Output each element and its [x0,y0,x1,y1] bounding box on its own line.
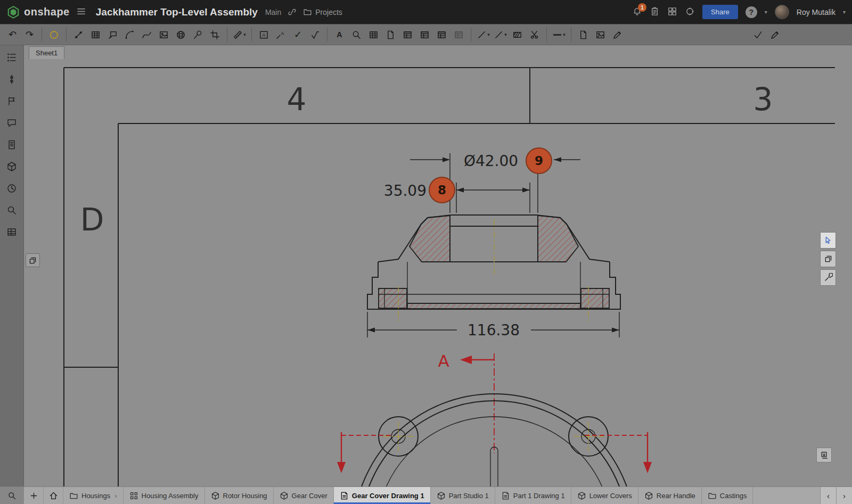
doc-tab-housing-assembly[interactable]: Housing Assembly [124,487,205,504]
app-store-button[interactable] [667,6,677,18]
sheet-reference-button[interactable] [382,26,399,43]
doc-tab-rotor-housing[interactable]: Rotor Housing [205,487,274,504]
doc-tab-rear-handle[interactable]: Rear Handle [638,487,702,504]
surface-finish-button[interactable] [307,26,323,43]
tasks-button[interactable] [650,6,660,18]
note-button[interactable] [331,26,348,43]
find-annotation-button[interactable] [348,26,365,43]
bom-table-button[interactable] [399,26,416,43]
avatar[interactable] [775,5,789,19]
breadcrumb[interactable]: Projects [303,7,342,16]
doc-tab-castings[interactable]: Castings [702,487,753,504]
display-options-button[interactable] [820,251,836,267]
insert-image-button[interactable] [155,26,172,43]
doc-tab-lower-covers[interactable]: Lower Covers [571,487,638,504]
line-type-button[interactable]: ▾ [492,26,509,43]
spline-button[interactable] [138,26,155,43]
crop-view-button[interactable] [207,26,223,43]
configuration-panel-button[interactable] [4,72,19,86]
search-panel-button[interactable] [4,203,19,217]
checkmark-icon: ✓ [294,30,302,39]
callout-button[interactable] [104,26,121,43]
main-menu-button[interactable] [76,6,86,18]
trim-button[interactable] [526,26,543,43]
selection-tools-button[interactable] [820,232,836,249]
weld-table-button[interactable] [450,26,467,43]
notifications-button[interactable]: 1 [632,7,642,17]
drawing-settings-button[interactable] [820,269,836,286]
versions-link-icon[interactable] [288,7,297,16]
drawing-canvas[interactable]: Sheet1 4 3 D [24,45,852,486]
export-sheet-button[interactable] [816,448,832,462]
doc-tab-gear-cover-drawing-1[interactable]: Gear Cover Drawing 1 [334,487,431,504]
datum-check-button[interactable]: ✓ [290,26,306,43]
table-button[interactable] [87,26,104,43]
toolbar-separator [42,28,42,42]
history-panel-button[interactable] [4,181,19,195]
measure-button[interactable]: ▾ [231,26,248,43]
workspace-name[interactable]: Main [265,8,281,16]
line-style-button[interactable]: ▾ [475,26,491,43]
hatch-button[interactable] [509,26,526,43]
onshape-logo[interactable]: onshape [6,5,70,19]
markup-button[interactable] [609,26,626,43]
dim-inner-width-text[interactable]: 35.09 [384,182,427,200]
edit-markup-button[interactable] [767,26,783,43]
wrench-icon [824,273,833,282]
doc-tab-housings[interactable]: Housings › [63,487,124,504]
line-weight-button[interactable]: ▾ [551,26,567,43]
doc-tab-gear-cover[interactable]: Gear Cover [274,487,334,504]
redo-button[interactable]: ↷ [21,26,38,43]
doc-tab-part-studio-1[interactable]: Part Studio 1 [431,487,495,504]
export-dxf-button[interactable] [575,26,592,43]
insert-table-button[interactable] [365,26,382,43]
approve-markup-button[interactable] [750,26,766,43]
tab-search-button[interactable] [0,487,24,504]
circle-tool-button[interactable] [46,26,62,43]
hole-table-button[interactable] [416,26,433,43]
part-studio-icon [644,491,653,500]
dimension-overall-width[interactable]: 116.38 [367,312,619,339]
share-button[interactable]: Share [702,5,738,19]
tabs-scroll-right-button[interactable]: › [836,487,852,504]
sheet-tab[interactable]: Sheet1 [29,46,64,59]
balloon-8[interactable]: 8 [429,177,455,203]
circle-icon [50,31,58,39]
documentation-panel-button[interactable] [4,138,19,152]
drawing-sheet[interactable]: 4 3 D Ø42.00 [24,45,852,486]
add-tab-button[interactable] [24,487,44,504]
bom-panel-button[interactable] [4,225,19,239]
appearance-panel-button[interactable] [4,94,19,108]
text-leader-button[interactable] [273,26,289,43]
comments-panel-button[interactable] [4,116,19,130]
projected-view-button[interactable] [173,26,189,43]
user-name[interactable]: Roy Mutalik [797,8,835,16]
dim-diameter-text[interactable]: Ø42.00 [464,152,518,170]
undo-button[interactable]: ↶ [4,26,21,43]
user-menu-caret-icon[interactable]: ▾ [843,9,846,15]
tabs-scroll-left-button[interactable]: ‹ [820,487,836,504]
balloon-button[interactable] [190,26,206,43]
centerline-arc-button[interactable] [121,26,138,43]
cursor-icon [824,236,833,245]
dim-overall-width-text[interactable]: 116.38 [468,321,520,339]
home-tab-button[interactable] [44,487,63,504]
text-box-button[interactable] [256,26,272,43]
feature-tree-panel-button[interactable] [4,51,19,64]
balloon-8-number: 8 [438,183,446,197]
dimension-button[interactable] [70,26,87,43]
help-caret-icon[interactable]: ▾ [765,9,767,15]
doc-tab-part-1-drawing-1[interactable]: Part 1 Drawing 1 [495,487,571,504]
balloon-9[interactable]: 9 [526,148,552,173]
versions-panel-button[interactable] [4,160,19,173]
clock-icon [6,183,17,194]
sheets-panel-toggle-button[interactable] [26,253,40,267]
line-weight-icon [552,30,562,40]
revision-table-button[interactable] [433,26,450,43]
dimension-inner-width[interactable]: 35.09 [384,182,530,213]
help-button[interactable]: ? [746,6,757,18]
integrations-button[interactable] [685,6,695,18]
image-export-button[interactable] [592,26,609,43]
line-type-icon [494,30,504,40]
section-view-geometry[interactable] [367,215,620,321]
